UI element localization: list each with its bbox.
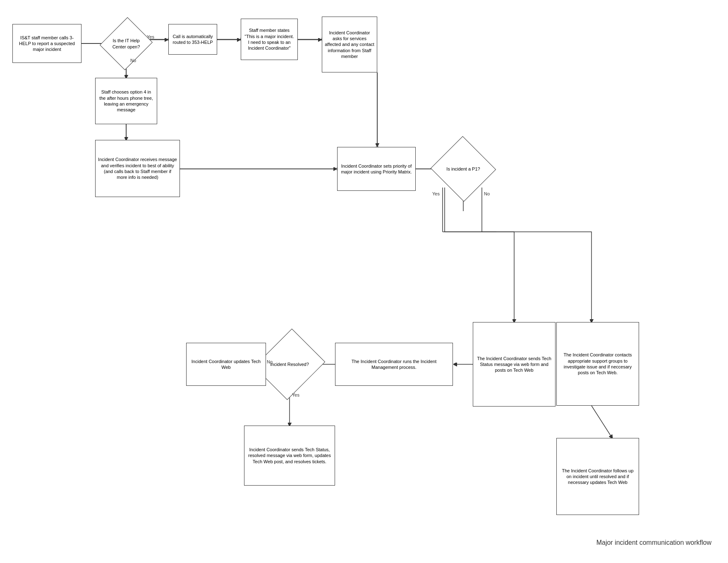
node-ic-asks-text: Incident Coordinator asks for services a…: [325, 30, 374, 59]
node-ic-receives: Incident Coordinator receives message an…: [95, 140, 180, 197]
node-call-routed: Call is automatically routed to 353-HELP: [168, 24, 217, 55]
node-ic-runs-process: The Incident Coordinator runs the Incide…: [335, 343, 453, 386]
node-ic-asks: Incident Coordinator asks for services a…: [322, 17, 377, 72]
node-ist-staff: IS&T staff member calls 3-HELP to report…: [12, 24, 81, 63]
yes-label-2: Yes: [432, 191, 440, 196]
node-ic-sends-tech-status-text: The Incident Coordinator sends Tech Stat…: [476, 356, 553, 373]
node-ic-contacts-support: The Incident Coordinator contacts approp…: [556, 322, 639, 406]
node-ic-follows-up: The Incident Coordinator follows up on i…: [556, 438, 639, 515]
node-ist-staff-text: IS&T staff member calls 3-HELP to report…: [15, 35, 79, 53]
node-ic-priority: Incident Coordinator sets priority of ma…: [337, 147, 416, 191]
node-resolved-diamond: Incident Resolved?: [266, 337, 313, 391]
svg-line-35: [592, 406, 612, 438]
flowchart-container: IS&T staff member calls 3-HELP to report…: [0, 0, 728, 563]
node-ic-runs-process-text: The Incident Coordinator runs the Incide…: [338, 358, 450, 371]
node-p1-diamond: Is incident a P1?: [440, 146, 487, 192]
no-label-2: No: [484, 191, 490, 196]
node-resolved-text: Incident Resolved?: [268, 360, 311, 369]
node-staff-option4: Staff chooses option 4 in the after hour…: [95, 78, 157, 124]
node-ic-sends-resolved: Incident Coordinator sends Tech Status, …: [244, 426, 335, 486]
node-staff-states: Staff member states "This is a major inc…: [241, 19, 298, 60]
node-p1-text: Is incident a P1?: [445, 164, 481, 173]
node-help-center-text: Is the IT Help Center open?: [108, 36, 144, 51]
node-staff-option4-text: Staff chooses option 4 in the after hour…: [98, 89, 154, 113]
node-call-routed-text: Call is automatically routed to 353-HELP: [171, 34, 214, 46]
node-ic-receives-text: Incident Coordinator receives message an…: [98, 156, 177, 180]
node-ic-sends-resolved-text: Incident Coordinator sends Tech Status, …: [247, 447, 332, 464]
node-ic-sends-tech-status: The Incident Coordinator sends Tech Stat…: [473, 322, 556, 407]
node-ic-contacts-support-text: The Incident Coordinator contacts approp…: [559, 352, 636, 375]
node-staff-states-text: Staff member states "This is a major inc…: [244, 27, 295, 51]
node-ic-follows-up-text: The Incident Coordinator follows up on i…: [559, 468, 636, 486]
node-help-center-diamond: Is the IT Help Center open?: [108, 24, 144, 63]
node-ic-priority-text: Incident Coordinator sets priority of ma…: [340, 163, 413, 175]
node-ic-updates-tech-web: Incident Coordinator updates Tech Web: [186, 343, 266, 386]
page-title: Major incident communication workflow: [596, 539, 711, 546]
yes-label-3: Yes: [292, 392, 299, 397]
node-ic-updates-tech-web-text: Incident Coordinator updates Tech Web: [189, 358, 263, 371]
yes-label-1: Yes: [147, 34, 154, 39]
no-label-1: No: [130, 58, 136, 63]
